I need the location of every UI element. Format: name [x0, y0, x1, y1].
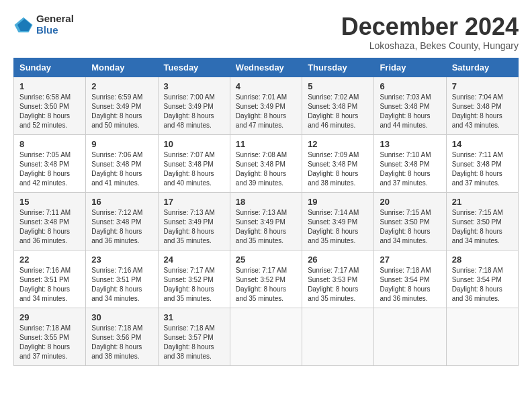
table-row: 17 Sunrise: 7:13 AMSunset: 3:49 PMDaylig… — [158, 192, 230, 250]
day-info: Sunrise: 6:59 AMSunset: 3:49 PMDaylight:… — [91, 93, 142, 129]
table-row: 25 Sunrise: 7:17 AMSunset: 3:52 PMDaylig… — [230, 250, 302, 308]
table-row: 7 Sunrise: 7:04 AMSunset: 3:48 PMDayligh… — [446, 77, 518, 134]
day-number: 10 — [164, 139, 224, 149]
table-row: 15 Sunrise: 7:11 AMSunset: 3:48 PMDaylig… — [14, 192, 86, 250]
table-row: 11 Sunrise: 7:08 AMSunset: 3:48 PMDaylig… — [230, 134, 302, 192]
calendar-week-row: 29 Sunrise: 7:18 AMSunset: 3:55 PMDaylig… — [14, 308, 519, 365]
day-number: 2 — [91, 81, 152, 91]
day-info: Sunrise: 7:07 AMSunset: 3:48 PMDaylight:… — [164, 151, 215, 187]
location-title: Lokoshaza, Bekes County, Hungary — [341, 40, 519, 51]
logo-blue-text: Blue — [36, 25, 74, 36]
table-row: 27 Sunrise: 7:18 AMSunset: 3:54 PMDaylig… — [374, 250, 446, 308]
page-header: General Blue December 2024 Lokoshaza, Be… — [13, 13, 519, 51]
day-info: Sunrise: 7:16 AMSunset: 3:51 PMDaylight:… — [91, 267, 142, 302]
table-row: 6 Sunrise: 7:03 AMSunset: 3:48 PMDayligh… — [374, 77, 446, 134]
day-info: Sunrise: 7:15 AMSunset: 3:50 PMDaylight:… — [380, 209, 431, 244]
calendar-header-row: Sunday Monday Tuesday Wednesday Thursday… — [14, 58, 519, 77]
day-info: Sunrise: 7:03 AMSunset: 3:48 PMDaylight:… — [380, 93, 431, 129]
table-row: 8 Sunrise: 7:05 AMSunset: 3:48 PMDayligh… — [14, 134, 86, 192]
day-number: 27 — [380, 255, 440, 265]
table-row: 22 Sunrise: 7:16 AMSunset: 3:51 PMDaylig… — [14, 250, 86, 308]
day-number: 15 — [19, 197, 80, 207]
day-number: 7 — [452, 81, 513, 91]
day-info: Sunrise: 7:17 AMSunset: 3:52 PMDaylight:… — [236, 267, 287, 302]
day-number: 29 — [19, 312, 80, 322]
day-number: 25 — [236, 255, 296, 265]
col-sunday: Sunday — [14, 58, 86, 77]
table-row — [302, 308, 374, 365]
day-info: Sunrise: 7:01 AMSunset: 3:49 PMDaylight:… — [236, 93, 287, 129]
table-row: 24 Sunrise: 7:17 AMSunset: 3:52 PMDaylig… — [158, 250, 230, 308]
day-info: Sunrise: 7:17 AMSunset: 3:52 PMDaylight:… — [164, 267, 215, 302]
table-row: 18 Sunrise: 7:13 AMSunset: 3:49 PMDaylig… — [230, 192, 302, 250]
day-info: Sunrise: 7:15 AMSunset: 3:50 PMDaylight:… — [452, 209, 503, 244]
day-info: Sunrise: 7:17 AMSunset: 3:53 PMDaylight:… — [308, 267, 359, 302]
table-row: 9 Sunrise: 7:06 AMSunset: 3:48 PMDayligh… — [86, 134, 158, 192]
day-info: Sunrise: 7:18 AMSunset: 3:56 PMDaylight:… — [91, 324, 142, 360]
table-row: 12 Sunrise: 7:09 AMSunset: 3:48 PMDaylig… — [302, 134, 374, 192]
calendar-week-row: 22 Sunrise: 7:16 AMSunset: 3:51 PMDaylig… — [14, 250, 519, 308]
day-number: 4 — [236, 81, 296, 91]
day-number: 28 — [452, 255, 513, 265]
calendar-week-row: 15 Sunrise: 7:11 AMSunset: 3:48 PMDaylig… — [14, 192, 519, 250]
day-info: Sunrise: 7:18 AMSunset: 3:54 PMDaylight:… — [452, 267, 503, 302]
table-row: 28 Sunrise: 7:18 AMSunset: 3:54 PMDaylig… — [446, 250, 518, 308]
day-info: Sunrise: 7:00 AMSunset: 3:49 PMDaylight:… — [164, 93, 215, 129]
day-number: 20 — [380, 197, 440, 207]
day-number: 19 — [308, 197, 368, 207]
col-saturday: Saturday — [446, 58, 518, 77]
table-row — [230, 308, 302, 365]
table-row: 31 Sunrise: 7:18 AMSunset: 3:57 PMDaylig… — [158, 308, 230, 365]
day-number: 9 — [91, 139, 152, 149]
day-number: 16 — [91, 197, 152, 207]
day-info: Sunrise: 7:18 AMSunset: 3:57 PMDaylight:… — [164, 324, 215, 360]
day-info: Sunrise: 7:10 AMSunset: 3:48 PMDaylight:… — [380, 151, 431, 187]
table-row — [446, 308, 518, 365]
day-number: 11 — [236, 139, 296, 149]
day-info: Sunrise: 7:06 AMSunset: 3:48 PMDaylight:… — [91, 151, 142, 187]
day-number: 22 — [19, 255, 80, 265]
logo: General Blue — [13, 13, 74, 36]
day-info: Sunrise: 7:11 AMSunset: 3:48 PMDaylight:… — [452, 151, 503, 187]
table-row: 20 Sunrise: 7:15 AMSunset: 3:50 PMDaylig… — [374, 192, 446, 250]
day-info: Sunrise: 7:08 AMSunset: 3:48 PMDaylight:… — [236, 151, 287, 187]
day-info: Sunrise: 7:09 AMSunset: 3:48 PMDaylight:… — [308, 151, 359, 187]
col-wednesday: Wednesday — [230, 58, 302, 77]
table-row: 3 Sunrise: 7:00 AMSunset: 3:49 PMDayligh… — [158, 77, 230, 134]
day-number: 31 — [164, 312, 224, 322]
day-number: 12 — [308, 139, 368, 149]
day-info: Sunrise: 7:16 AMSunset: 3:51 PMDaylight:… — [19, 267, 71, 302]
day-info: Sunrise: 7:05 AMSunset: 3:48 PMDaylight:… — [19, 151, 71, 187]
calendar-table: Sunday Monday Tuesday Wednesday Thursday… — [13, 58, 519, 366]
table-row: 1 Sunrise: 6:58 AMSunset: 3:50 PMDayligh… — [14, 77, 86, 134]
day-number: 26 — [308, 255, 368, 265]
day-number: 24 — [164, 255, 224, 265]
day-info: Sunrise: 7:04 AMSunset: 3:48 PMDaylight:… — [452, 93, 503, 129]
col-monday: Monday — [86, 58, 158, 77]
day-number: 23 — [91, 255, 152, 265]
logo-general-text: General — [36, 13, 74, 25]
month-title: December 2024 — [341, 13, 519, 40]
table-row: 10 Sunrise: 7:07 AMSunset: 3:48 PMDaylig… — [158, 134, 230, 192]
day-number: 13 — [380, 139, 440, 149]
table-row: 29 Sunrise: 7:18 AMSunset: 3:55 PMDaylig… — [14, 308, 86, 365]
table-row — [374, 308, 446, 365]
table-row: 14 Sunrise: 7:11 AMSunset: 3:48 PMDaylig… — [446, 134, 518, 192]
day-info: Sunrise: 7:13 AMSunset: 3:49 PMDaylight:… — [164, 209, 215, 244]
day-number: 14 — [452, 139, 513, 149]
title-area: December 2024 Lokoshaza, Bekes County, H… — [341, 13, 519, 51]
table-row: 19 Sunrise: 7:14 AMSunset: 3:49 PMDaylig… — [302, 192, 374, 250]
day-info: Sunrise: 7:13 AMSunset: 3:49 PMDaylight:… — [236, 209, 287, 244]
calendar-week-row: 1 Sunrise: 6:58 AMSunset: 3:50 PMDayligh… — [14, 77, 519, 134]
col-tuesday: Tuesday — [158, 58, 230, 77]
day-number: 3 — [164, 81, 224, 91]
table-row: 26 Sunrise: 7:17 AMSunset: 3:53 PMDaylig… — [302, 250, 374, 308]
logo-text: General Blue — [36, 13, 74, 36]
day-info: Sunrise: 7:18 AMSunset: 3:55 PMDaylight:… — [19, 324, 71, 360]
day-number: 8 — [19, 139, 80, 149]
day-number: 30 — [91, 312, 152, 322]
day-info: Sunrise: 7:12 AMSunset: 3:48 PMDaylight:… — [91, 209, 142, 244]
table-row: 5 Sunrise: 7:02 AMSunset: 3:48 PMDayligh… — [302, 77, 374, 134]
table-row: 13 Sunrise: 7:10 AMSunset: 3:48 PMDaylig… — [374, 134, 446, 192]
col-thursday: Thursday — [302, 58, 374, 77]
